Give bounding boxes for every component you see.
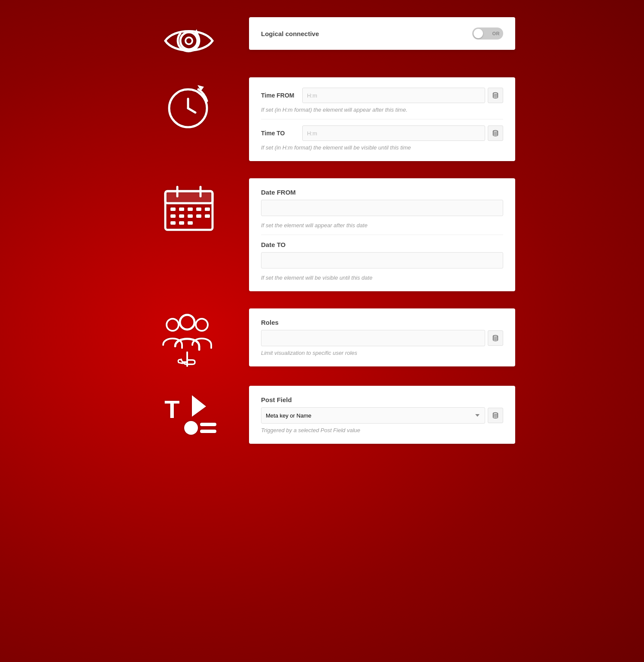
- svg-point-36: [184, 421, 198, 435]
- roles-card: Roles Limit visualization to specific us…: [249, 308, 515, 366]
- time-from-row: Time FROM: [261, 88, 503, 103]
- logical-label: Logical connective: [261, 30, 319, 37]
- roles-input[interactable]: [261, 330, 485, 346]
- svg-point-8: [493, 131, 498, 132]
- time-to-hint: If set (in H:m format) the element will …: [261, 144, 503, 151]
- date-divider: [261, 235, 503, 235]
- time-card: Time FROM If set (in H:m format) the ele…: [249, 77, 515, 161]
- logical-toggle-row: Logical connective OR: [261, 27, 503, 40]
- svg-rect-24: [179, 221, 184, 225]
- date-card: Date FROM If set the element will appear…: [249, 178, 515, 291]
- svg-point-33: [493, 336, 498, 337]
- svg-point-1: [185, 37, 192, 44]
- db-icon-4: [492, 412, 499, 419]
- roles-section: Roles Limit visualization to specific us…: [129, 308, 515, 369]
- clock-icon: [163, 82, 215, 133]
- calendar-icon: [161, 183, 217, 234]
- time-from-db-btn[interactable]: [488, 88, 503, 103]
- svg-rect-15: [188, 207, 193, 211]
- svg-rect-13: [170, 207, 176, 211]
- date-to-hint: If set the element will be visible until…: [261, 275, 503, 281]
- time-section: Time FROM If set (in H:m format) the ele…: [129, 77, 515, 161]
- svg-rect-22: [205, 214, 210, 218]
- logical-toggle[interactable]: OR: [472, 27, 503, 40]
- svg-point-26: [167, 319, 179, 331]
- svg-point-0: [180, 32, 197, 49]
- eye-icon: [161, 21, 217, 60]
- date-from-input[interactable]: [261, 200, 503, 216]
- time-from-input[interactable]: [302, 88, 485, 103]
- time-from-label: Time FROM: [261, 92, 300, 99]
- date-to-input[interactable]: [261, 252, 503, 268]
- db-icon-2: [492, 130, 499, 137]
- post-field-db-btn[interactable]: [488, 408, 503, 423]
- post-field-section: T Post Field Meta key or Name: [129, 386, 515, 444]
- toggle-or-text: OR: [492, 31, 500, 36]
- svg-marker-35: [192, 395, 206, 417]
- svg-rect-17: [205, 207, 210, 211]
- time-divider: [261, 119, 503, 119]
- post-field-hint: Triggered by a selected Post Field value: [261, 427, 503, 433]
- svg-point-7: [493, 93, 498, 95]
- svg-text:T: T: [164, 395, 179, 423]
- svg-rect-25: [188, 221, 193, 225]
- roles-db-btn[interactable]: [488, 330, 503, 346]
- db-icon-3: [492, 335, 499, 342]
- roles-icon: [159, 313, 219, 369]
- date-from-label: Date FROM: [261, 189, 296, 196]
- svg-point-28: [180, 315, 194, 329]
- time-to-db-btn[interactable]: [488, 125, 503, 141]
- svg-point-27: [196, 319, 208, 331]
- date-to-label: Date TO: [261, 241, 286, 248]
- roles-hint: Limit visualization to specific user rol…: [261, 350, 503, 356]
- svg-rect-10: [165, 191, 213, 203]
- svg-rect-16: [196, 207, 201, 211]
- svg-rect-23: [170, 221, 176, 225]
- svg-line-5: [188, 108, 195, 113]
- time-from-hint: If set (in H:m format) the element will …: [261, 107, 503, 113]
- roles-icon-area: [129, 308, 249, 369]
- post-field-select-row: Meta key or Name: [261, 407, 503, 424]
- svg-rect-21: [196, 214, 201, 218]
- time-to-label: Time TO: [261, 130, 300, 137]
- time-to-input[interactable]: [302, 125, 485, 141]
- svg-point-39: [493, 413, 498, 415]
- post-field-label: Post Field: [261, 396, 292, 403]
- clock-icon-area: [129, 77, 249, 133]
- roles-label: Roles: [261, 319, 279, 326]
- svg-rect-20: [188, 214, 193, 218]
- svg-rect-14: [179, 207, 184, 211]
- post-field-select[interactable]: Meta key or Name: [261, 407, 485, 424]
- date-section: Date FROM If set the element will appear…: [129, 178, 515, 291]
- date-from-hint: If set the element will appear after thi…: [261, 222, 503, 229]
- logical-card: Logical connective OR: [249, 17, 515, 50]
- db-icon: [492, 92, 499, 99]
- calendar-icon-area: [129, 178, 249, 234]
- logical-section: Logical connective OR: [129, 17, 515, 60]
- time-to-row: Time TO: [261, 125, 503, 141]
- svg-rect-18: [170, 214, 176, 218]
- post-field-card: Post Field Meta key or Name Triggered by…: [249, 386, 515, 444]
- roles-input-row: [261, 330, 503, 346]
- post-field-icon-area: T: [129, 386, 249, 442]
- toggle-knob: [474, 29, 483, 38]
- eye-icon-area: [129, 17, 249, 60]
- post-field-icon: T: [161, 390, 217, 442]
- svg-rect-19: [179, 214, 184, 218]
